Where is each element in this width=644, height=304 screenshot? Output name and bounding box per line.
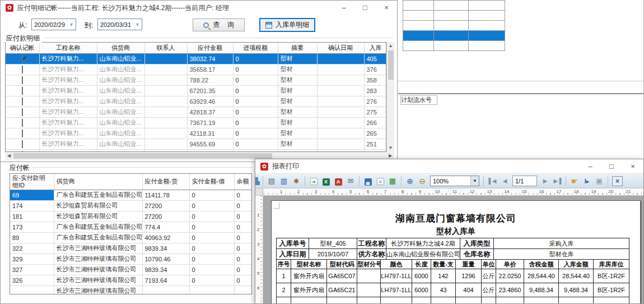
scroll-left-icon[interactable]: ◀: [5, 152, 13, 160]
print-icon[interactable]: ▤: [266, 176, 277, 186]
table-row[interactable]: 长沙万科魅力...山东南山铝业...38032.740型材405: [6, 53, 386, 64]
scrollbar-thumb[interactable]: [388, 50, 394, 80]
maximize-button[interactable]: □: [601, 159, 622, 174]
table-row[interactable]: [403, 1, 505, 11]
tools-icon[interactable]: ✱: [291, 176, 302, 186]
table-row[interactable]: 长沙万科魅力...山东南山铝业...73671.190型材266: [6, 117, 386, 128]
column-header[interactable]: 确认记帐: [6, 43, 39, 53]
maximize-button[interactable]: □: [354, 1, 376, 15]
to-date-combo[interactable]: 2020/03/31 ∨: [97, 19, 142, 30]
scroll-down-icon[interactable]: ▼: [387, 144, 394, 152]
table-row[interactable]: 322长沙市三湘特种玻璃有限公司9839.3400: [10, 243, 252, 254]
report-preview-area[interactable]: 123456 湖南亘晟门窗幕墙有限公司 型材入库单 入库单号型材_405工程名称…: [255, 196, 643, 303]
from-date-combo[interactable]: 2020/02/29 ∨: [31, 19, 76, 30]
pdf-export-icon[interactable]: A: [333, 176, 344, 186]
confirm-checkbox[interactable]: [22, 66, 23, 73]
column-header[interactable]: 摘要: [278, 43, 317, 53]
column-header[interactable]: 余额: [234, 174, 252, 190]
background-table[interactable]: [403, 0, 505, 51]
table-row[interactable]: [403, 21, 505, 31]
table-row[interactable]: 长沙万科魅力...山东南山铝业...42818.370型材275: [6, 107, 386, 117]
table-row[interactable]: 69广东合和建筑五金制品有限公司11411.7800: [10, 190, 252, 200]
mail-icon[interactable]: ✉: [345, 176, 356, 186]
confirm-checkbox[interactable]: [22, 87, 23, 95]
last-page-icon[interactable]: ▶▐: [552, 176, 563, 186]
table-row[interactable]: 174长沙坦森贸易有限公司2720000: [10, 200, 252, 211]
column-header[interactable]: 工程名称: [39, 43, 97, 53]
text-select-icon[interactable]: I▸: [581, 176, 592, 186]
query-button[interactable]: 查 询: [193, 19, 245, 31]
cell: 长沙市三湘特种玻璃有限公司: [54, 275, 142, 285]
cell: 山东南山铝业...: [97, 139, 144, 149]
table-row[interactable]: 长沙市三湘特种玻璃有限公司: [10, 285, 252, 294]
book-icon[interactable]: ▥: [278, 176, 290, 186]
zoom-level-combo[interactable]: 100%▼: [430, 176, 479, 186]
chevron-down-icon[interactable]: ▼: [470, 176, 479, 186]
copy-icon[interactable]: ▣: [594, 176, 605, 186]
table-row[interactable]: 173广东合和建筑五金制品有限公司774.400: [10, 222, 252, 232]
confirm-checkbox[interactable]: [22, 140, 23, 148]
column-header[interactable]: 应付金额-货: [142, 174, 189, 190]
table-row[interactable]: [403, 11, 505, 21]
cell: [142, 285, 189, 294]
confirm-checkbox[interactable]: [22, 55, 23, 63]
page-number-input[interactable]: 1/1: [512, 176, 537, 186]
table-row[interactable]: 长沙万科魅力...山东南山铝业...63929.460型材276: [6, 96, 386, 107]
scroll-up-icon[interactable]: ▲: [387, 42, 394, 50]
column-header[interactable]: 应-实付款明细ID: [10, 174, 54, 190]
table-row[interactable]: 326长沙市三湘特种玻璃有限公司7193.6400: [10, 275, 252, 285]
confirm-checkbox[interactable]: [22, 130, 23, 137]
zoom-in-icon[interactable]: ⊕: [404, 176, 416, 186]
close-button[interactable]: ×: [622, 159, 643, 174]
vertical-scrollbar[interactable]: ▲ ▼: [386, 42, 394, 152]
chevron-down-icon[interactable]: ∨: [67, 22, 76, 27]
column-header[interactable]: 进项税额: [233, 43, 278, 53]
table-row[interactable]: 长沙万科魅力...山东南山铝业...42118.310型材265: [6, 128, 386, 139]
cell: [317, 64, 364, 75]
confirm-checkbox[interactable]: [22, 98, 23, 105]
document-icon[interactable]: ≡: [375, 176, 386, 186]
column-header[interactable]: 实付金额-借: [189, 174, 234, 190]
table-row[interactable]: [403, 41, 505, 51]
hand-tool-icon[interactable]: ☛: [569, 176, 580, 186]
chevron-down-icon[interactable]: ∨: [133, 22, 142, 27]
column-header[interactable]: 应付金额: [187, 43, 233, 53]
next-page-icon[interactable]: ▶: [539, 176, 550, 186]
confirm-checkbox[interactable]: [22, 108, 23, 116]
minimize-button[interactable]: –: [333, 1, 354, 15]
table-row[interactable]: 长沙万科魅力...山东南山铝业...94555.690型材251: [6, 139, 386, 149]
excel-export-icon[interactable]: X: [320, 176, 332, 186]
save-icon[interactable]: ▄: [362, 176, 374, 186]
column-header[interactable]: 联系人: [144, 43, 187, 53]
table-row[interactable]: [403, 31, 505, 41]
titlebar[interactable]: ✿ 报表打印 – □ ×: [255, 159, 643, 174]
table-row[interactable]: 长沙万科魅力...山东南山铝业...788.220型材358: [6, 75, 386, 85]
edge-partial-icon[interactable]: ▙: [255, 176, 260, 186]
column-header[interactable]: 入库: [364, 43, 386, 53]
first-page-icon[interactable]: ▌◀: [487, 176, 498, 186]
table-row[interactable]: 长沙万科魅力...山东南山铝业...67201.350型材283: [6, 85, 386, 96]
insert-icon[interactable]: ▦: [387, 176, 398, 186]
confirm-checkbox[interactable]: [22, 76, 23, 84]
prev-page-icon[interactable]: ◀: [499, 176, 510, 186]
table-row[interactable]: 89广东合和建筑五金制品有限公司40963.9200: [10, 232, 252, 243]
zoom-out-icon[interactable]: ⊖: [417, 176, 428, 186]
table-row[interactable]: 长沙万科魅力...山东南山铝业...35658.170型材376: [6, 64, 386, 75]
table-row[interactable]: 327长沙市三湘特种玻璃有限公司9839.3400: [10, 264, 252, 275]
inbound-detail-button[interactable]: 入库单明细: [259, 18, 315, 32]
close-preview-icon[interactable]: ×: [612, 176, 623, 186]
column-header[interactable]: 确认日期: [317, 43, 364, 53]
titlebar[interactable]: ✿ 应付明细记帐------当前工程: 长沙万科魅力之城4.2期------当前…: [1, 1, 397, 15]
table-row[interactable]: 329长沙市三湘特种玻璃有限公司10790.4600: [10, 254, 252, 264]
report-toolbar: ▙▤▥✱➔XA✉▄≡▦⊕⊖100%▼▌◀◀1/1▶▶▐☛I▸▣×: [255, 174, 643, 188]
confirm-checkbox[interactable]: [22, 119, 23, 127]
scrollbar-thumb[interactable]: [13, 153, 272, 159]
info-value: 采购入库: [494, 238, 629, 249]
column-header[interactable]: 供货商: [54, 174, 142, 190]
cell: 型材: [278, 53, 317, 64]
export-icon[interactable]: ➔: [308, 176, 319, 186]
table-row[interactable]: 181长沙坦森贸易有限公司2720000: [10, 211, 252, 222]
minimize-button[interactable]: –: [580, 159, 601, 174]
column-header[interactable]: 供货商: [97, 43, 144, 53]
close-button[interactable]: ×: [376, 1, 397, 15]
